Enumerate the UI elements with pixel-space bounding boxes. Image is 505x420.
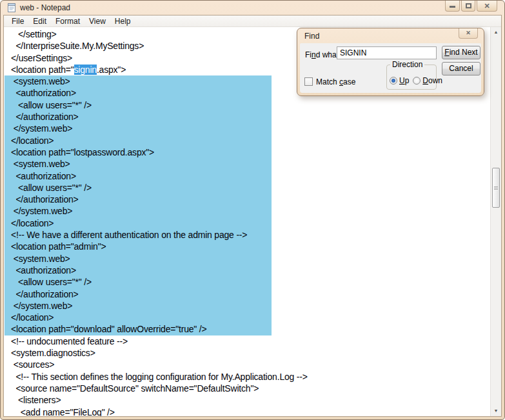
- code-line: <listeners>: [11, 394, 490, 406]
- code-line: <system.web>: [11, 158, 490, 170]
- radio-down-label[interactable]: Down: [422, 76, 442, 85]
- menu-item-view[interactable]: View: [84, 16, 110, 26]
- match-case-label[interactable]: Match case: [316, 77, 355, 86]
- maximize-icon: [466, 3, 471, 8]
- direction-label: Direction: [390, 60, 424, 69]
- vertical-scrollbar[interactable]: ▲ ▼: [490, 27, 501, 416]
- code-line: </location>: [11, 217, 490, 229]
- code-line: <source name="DefaultSource" switchName=…: [11, 383, 490, 394]
- code-line: </authorization>: [11, 288, 490, 300]
- caption-buttons: ✕: [444, 1, 497, 12]
- code-line: <!-- undocumented feature -->: [11, 335, 490, 347]
- maximize-button[interactable]: [461, 1, 475, 12]
- menu-item-format[interactable]: Format: [51, 16, 84, 26]
- menu-bar: FileEditFormatViewHelp: [4, 15, 501, 27]
- radio-up-label[interactable]: Up: [399, 76, 409, 85]
- scrollbar-grip: [494, 186, 498, 190]
- code-line: <!-- This section defines the logging co…: [11, 371, 490, 383]
- code-line: </authorization>: [11, 111, 490, 123]
- code-line: </location>: [11, 135, 490, 146]
- cancel-button[interactable]: Cancel: [442, 62, 480, 75]
- close-button[interactable]: ✕: [477, 1, 497, 12]
- code-line: </authorization>: [11, 194, 490, 205]
- code-line: <add name="FileLog" />: [11, 406, 490, 417]
- find-what-label: Find what:: [305, 50, 341, 59]
- menu-item-edit[interactable]: Edit: [28, 16, 51, 26]
- find-dialog: Find ✕ Find what: Find Next Cancel Direc…: [297, 28, 484, 96]
- code-line: <location path="admin">: [11, 241, 490, 252]
- direction-radios: Up Down: [390, 76, 446, 85]
- notepad-window: web - Notepad ✕ FileEditFormatViewHelp <…: [0, 0, 505, 420]
- find-next-button[interactable]: Find Next: [442, 46, 480, 59]
- find-dialog-body: Find what: Find Next Cancel Direction Up…: [300, 43, 481, 93]
- code-line: <location path="lostpassword.aspx">: [11, 146, 490, 158]
- code-line: <system.diagnostics>: [11, 347, 490, 359]
- scrollbar-thumb[interactable]: [492, 168, 500, 208]
- code-line: <location path="download" allowOverride=…: [11, 323, 490, 335]
- code-line: <authorization>: [11, 265, 490, 276]
- window-title: web - Notepad: [20, 3, 70, 12]
- minimize-button[interactable]: [445, 1, 460, 12]
- code-line: </system.web>: [11, 123, 490, 134]
- find-dialog-close-button[interactable]: ✕: [459, 28, 478, 39]
- find-dialog-title: Find: [304, 32, 319, 41]
- code-line: </system.web>: [11, 205, 490, 217]
- code-line: <system.web>: [11, 253, 490, 265]
- code-line: <allow users="*" />: [11, 99, 490, 111]
- find-match-highlight: signin: [74, 65, 97, 75]
- title-bar[interactable]: web - Notepad ✕: [1, 1, 504, 15]
- code-line: <allow users="*" />: [11, 276, 490, 288]
- find-what-input[interactable]: [337, 46, 437, 59]
- code-line: </system.web>: [11, 300, 490, 312]
- direction-group: Direction Up Down: [386, 65, 437, 90]
- scroll-up-button[interactable]: ▲: [491, 27, 501, 37]
- code-line: </location>: [11, 312, 490, 323]
- scroll-down-button[interactable]: ▼: [491, 406, 501, 416]
- minimize-icon: [450, 6, 455, 8]
- menu-item-help[interactable]: Help: [110, 16, 135, 26]
- match-case-checkbox[interactable]: [304, 77, 313, 86]
- code-line: <!-- We have a different authentication …: [11, 229, 490, 241]
- notepad-icon: [6, 3, 17, 13]
- menu-item-file[interactable]: File: [7, 16, 28, 26]
- close-icon: ✕: [484, 3, 490, 10]
- radio-down-control[interactable]: [413, 77, 421, 85]
- close-icon: ✕: [466, 30, 471, 36]
- code-line: <allow users="*" />: [11, 182, 490, 194]
- radio-up-control[interactable]: [390, 77, 397, 85]
- code-line: <authorization>: [11, 170, 490, 182]
- code-line: <sources>: [11, 359, 490, 370]
